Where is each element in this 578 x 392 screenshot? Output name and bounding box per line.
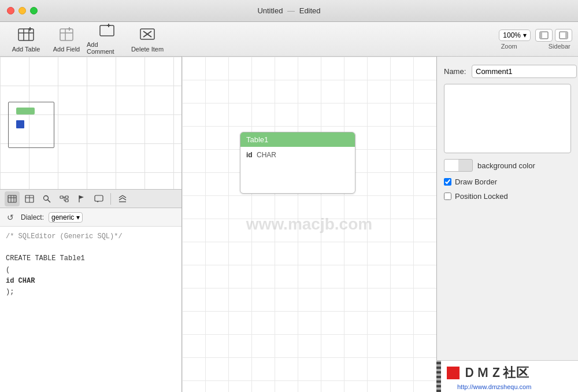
canvas-grid (182, 57, 436, 392)
svg-marker-39 (97, 201, 99, 202)
svg-rect-38 (95, 195, 103, 201)
svg-rect-30 (60, 196, 63, 198)
close-button[interactable] (7, 7, 14, 14)
add-table-label: Add Table (12, 46, 40, 53)
bg-color-label: background color (477, 161, 535, 170)
sidebar-left-button[interactable] (535, 29, 553, 42)
svg-marker-37 (79, 195, 84, 199)
svg-line-41 (123, 195, 126, 198)
svg-rect-21 (8, 195, 16, 202)
svg-rect-20 (565, 32, 568, 39)
add-comment-icon (98, 23, 116, 39)
draw-border-row: Draw Border (444, 177, 571, 186)
bottom-tabs (0, 190, 181, 208)
sql-line-comment: /* SQLEditor (Generic SQL)*/ (6, 231, 176, 242)
dmz-top: ＤＭＺ社区 (436, 363, 534, 383)
table1-body: id CHAR (240, 147, 355, 193)
minimap[interactable] (0, 57, 181, 190)
fullscreen-button[interactable] (30, 7, 38, 14)
zoom-sidebar-labels: Zoom Sidebar (501, 43, 570, 50)
canvas[interactable]: www.macjb.com Table1 id CHAR Comment1 (182, 57, 436, 392)
name-label: Name: (444, 67, 467, 76)
name-row: Name: (444, 65, 571, 78)
svg-point-28 (44, 195, 49, 200)
sql-line-paren-close: ); (6, 287, 176, 298)
position-locked-row: Position Locked (444, 192, 571, 201)
traffic-lights (7, 7, 38, 14)
dmz-text: ＤＭＺ社区 (463, 364, 529, 382)
right-panel: Name: background color Draw Border Posit… (436, 57, 578, 392)
dialect-value: generic (51, 213, 74, 221)
sql-line-paren-open: ( (6, 265, 176, 276)
add-field-label: Add Field (53, 46, 80, 53)
table1-header: Table1 (240, 132, 355, 147)
tab-relations-icon[interactable] (57, 191, 72, 206)
position-locked-checkbox[interactable] (444, 193, 451, 200)
svg-rect-32 (65, 196, 68, 198)
tab-comment-icon[interactable] (91, 191, 106, 206)
tab-separator (110, 193, 111, 205)
tab-more-icon[interactable] (115, 191, 130, 206)
sql-editor: ↺ Dialect: generic ▾ /* SQLEditor (Gener… (0, 208, 181, 392)
sidebar-label: Sidebar (549, 43, 570, 50)
table1[interactable]: Table1 id CHAR (240, 132, 355, 194)
zoom-label: Zoom (501, 43, 517, 50)
sidebar-buttons (535, 29, 572, 42)
document-title: Untitled (257, 6, 283, 15)
name-input[interactable] (472, 65, 577, 78)
sql-line-field: id CHAR (6, 276, 176, 287)
add-field-icon (57, 25, 76, 44)
table-row: id CHAR (240, 149, 355, 161)
tab-search-icon[interactable] (39, 191, 54, 206)
sql-toolbar: ↺ Dialect: generic ▾ (0, 208, 181, 227)
tab-table-icon[interactable] (5, 191, 20, 206)
delete-item-button[interactable]: Delete Item (127, 23, 168, 55)
add-comment-button[interactable]: Add Comment (87, 23, 127, 55)
svg-rect-11 (100, 25, 114, 36)
svg-rect-6 (60, 29, 73, 40)
svg-rect-0 (18, 29, 34, 40)
add-table-button[interactable]: Add Table (6, 23, 46, 55)
bg-color-swatch[interactable] (444, 159, 473, 172)
svg-line-40 (119, 195, 123, 198)
toolbar-right-controls: 100% ▾ Zoom (499, 29, 572, 50)
svg-rect-18 (540, 32, 542, 39)
main-area: ↺ Dialect: generic ▾ /* SQLEditor (Gener… (0, 57, 578, 392)
add-table-icon (17, 25, 35, 44)
add-comment-label: Add Comment (87, 41, 127, 55)
svg-line-29 (48, 199, 51, 202)
position-locked-label: Position Locked (455, 192, 508, 201)
add-field-button[interactable]: Add Field (46, 23, 87, 55)
tab-flag-icon[interactable] (74, 191, 89, 206)
dialect-select[interactable]: generic ▾ (49, 212, 83, 223)
dmz-url: http://www.dmzshequ.com (436, 383, 531, 390)
sql-content[interactable]: /* SQLEditor (Generic SQL)*/ CREATE TABL… (0, 227, 181, 392)
zoom-chevron-icon: ▾ (523, 31, 527, 39)
field-name: id (246, 151, 253, 159)
dialect-chevron-icon: ▾ (76, 213, 80, 221)
draw-border-label: Draw Border (455, 177, 497, 186)
comment-textarea[interactable] (444, 84, 571, 153)
minimize-button[interactable] (18, 7, 26, 14)
zoom-select[interactable]: 100% ▾ (499, 29, 531, 41)
draw-border-checkbox[interactable] (444, 178, 451, 186)
svg-line-43 (123, 198, 126, 200)
refresh-button[interactable]: ↺ (5, 212, 16, 223)
dialect-label: Dialect: (21, 213, 44, 221)
zoom-value: 100% (503, 31, 521, 39)
delete-item-label: Delete Item (131, 46, 164, 53)
svg-line-42 (119, 198, 123, 200)
tab-columns-icon[interactable] (22, 191, 37, 206)
bg-color-row: background color (444, 159, 571, 172)
title-separator: — (287, 6, 295, 15)
field-type: CHAR (257, 151, 276, 159)
sql-line-blank (6, 242, 176, 253)
sidebar-right-button[interactable] (555, 29, 572, 42)
titlebar: Untitled — Edited (0, 0, 578, 22)
delete-item-icon (138, 25, 157, 44)
left-panel: ↺ Dialect: generic ▾ /* SQLEditor (Gener… (0, 57, 182, 392)
dmz-overlay: ＤＭＺ社区 http://www.dmzshequ.com (436, 360, 578, 392)
toolbar: Add Table Add Field Add Comment (0, 22, 578, 57)
document-edited: Edited (299, 6, 321, 15)
minimap-viewport (8, 102, 54, 148)
